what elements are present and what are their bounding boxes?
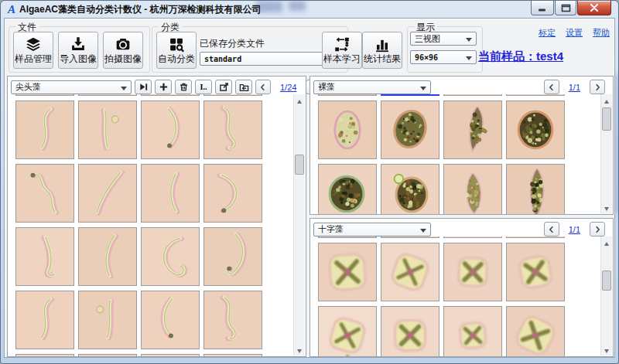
- sample-manage-button[interactable]: 样品管理: [13, 32, 53, 69]
- saved-files-select[interactable]: standard: [200, 52, 341, 66]
- export-button[interactable]: [215, 80, 232, 94]
- algae-thumbnail[interactable]: [506, 100, 565, 159]
- species-select[interactable]: 裸藻: [313, 80, 431, 94]
- algae-thumbnail[interactable]: [443, 306, 502, 356]
- stats-result-label: 统计结果: [364, 53, 401, 66]
- algae-thumbnail[interactable]: [443, 94, 502, 96]
- algae-thumbnail[interactable]: [381, 164, 439, 214]
- algae-thumbnail[interactable]: [15, 291, 74, 349]
- algae-thumbnail[interactable]: [203, 100, 262, 159]
- next-page-button[interactable]: [590, 222, 605, 236]
- folder-move-button[interactable]: [235, 80, 252, 94]
- algae-thumbnail[interactable]: [318, 164, 377, 214]
- vertical-scrollbar[interactable]: [600, 236, 612, 355]
- play-last-button[interactable]: [135, 80, 152, 94]
- algae-thumbnail[interactable]: [506, 164, 565, 214]
- scroll-up-arrow[interactable]: [601, 236, 613, 247]
- algae-thumbnail[interactable]: [381, 306, 439, 356]
- page-indicator[interactable]: 1/24: [280, 83, 296, 92]
- algae-thumbnail[interactable]: [443, 100, 502, 159]
- calibrate-link[interactable]: 标定: [539, 27, 556, 39]
- cell-size-select[interactable]: 96×96: [410, 50, 477, 64]
- scroll-down-arrow[interactable]: [294, 345, 306, 355]
- algae-thumbnail[interactable]: [443, 243, 502, 301]
- settings-link[interactable]: 设置: [566, 27, 583, 39]
- algae-thumbnail[interactable]: [141, 227, 200, 286]
- add-category-button[interactable]: [155, 80, 172, 94]
- scroll-thumb[interactable]: [602, 270, 611, 291]
- prev-page-button[interactable]: [544, 80, 559, 94]
- algae-thumbnail[interactable]: [506, 306, 565, 356]
- scroll-down-arrow[interactable]: [601, 202, 613, 213]
- algae-thumbnail[interactable]: [381, 236, 439, 238]
- stats-result-button[interactable]: 统计结果: [362, 32, 402, 69]
- vertical-scrollbar[interactable]: [293, 94, 305, 355]
- algae-thumbnail[interactable]: [78, 354, 137, 356]
- algae-thumbnail[interactable]: [141, 164, 200, 223]
- algae-thumbnail[interactable]: [318, 243, 377, 301]
- rename-button[interactable]: I..: [195, 80, 212, 94]
- scroll-down-arrow[interactable]: [601, 345, 613, 355]
- capture-image-button[interactable]: 拍摄图像: [103, 32, 143, 69]
- scroll-thumb[interactable]: [602, 107, 611, 131]
- algae-thumbnail[interactable]: [78, 227, 137, 286]
- algae-thumbnail[interactable]: [78, 94, 137, 96]
- auto-classify-button[interactable]: 自动分类: [156, 32, 197, 69]
- algae-thumbnail[interactable]: [443, 164, 502, 214]
- algae-thumbnail[interactable]: [203, 227, 262, 286]
- algae-thumbnail[interactable]: [506, 94, 565, 96]
- algae-thumbnail[interactable]: [318, 236, 377, 238]
- algae-thumbnail[interactable]: [15, 354, 74, 356]
- delete-button[interactable]: [175, 80, 192, 94]
- algae-thumbnail[interactable]: [506, 243, 565, 301]
- algae-thumbnail[interactable]: [203, 164, 262, 223]
- algae-thumbnail[interactable]: [78, 100, 137, 159]
- minimize-button[interactable]: [531, 1, 554, 15]
- algae-thumbnail[interactable]: [381, 94, 439, 96]
- chevron-right-icon: [593, 225, 602, 234]
- folder-move-icon: [239, 82, 249, 92]
- prev-page-button[interactable]: [255, 80, 271, 94]
- algae-thumbnail[interactable]: [141, 354, 200, 356]
- maximize-button[interactable]: [555, 1, 576, 15]
- help-link[interactable]: 帮助: [593, 27, 610, 39]
- scroll-up-arrow[interactable]: [294, 94, 306, 105]
- page-indicator[interactable]: 1/1: [569, 225, 580, 234]
- cell-size-value: 96×96: [415, 53, 438, 62]
- algae-thumbnail[interactable]: [381, 243, 439, 301]
- algae-thumbnail[interactable]: [203, 354, 262, 356]
- algae-thumbnail[interactable]: [15, 100, 74, 159]
- species-panel-left: 尖头藻 I.. 1/24: [7, 76, 306, 357]
- next-page-button[interactable]: [590, 80, 605, 94]
- vertical-scrollbar[interactable]: [600, 94, 612, 213]
- algae-thumbnail[interactable]: [203, 94, 262, 96]
- algae-thumbnail[interactable]: [203, 291, 262, 349]
- algae-thumbnail[interactable]: [141, 100, 200, 159]
- algae-thumbnail[interactable]: [78, 164, 137, 223]
- pager: 1/1: [544, 80, 605, 94]
- algae-thumbnail[interactable]: [141, 291, 200, 349]
- page-indicator[interactable]: 1/1: [569, 83, 580, 92]
- species-select[interactable]: 十字藻: [313, 223, 431, 236]
- panel-header: 尖头藻 I.. 1/24: [8, 77, 306, 96]
- algae-thumbnail[interactable]: [78, 291, 137, 349]
- close-button[interactable]: [577, 1, 611, 15]
- algae-thumbnail[interactable]: [141, 94, 200, 96]
- prev-page-button[interactable]: [544, 222, 559, 236]
- import-image-button[interactable]: 导入图像: [58, 32, 98, 69]
- algae-thumbnail[interactable]: [506, 236, 565, 238]
- current-sample-link[interactable]: 当前样品：test4: [478, 49, 563, 64]
- sample-learn-button[interactable]: 样本学习: [322, 32, 362, 69]
- species-select[interactable]: 尖头藻: [11, 80, 132, 94]
- view-mode-select[interactable]: 三视图: [410, 32, 477, 46]
- algae-thumbnail[interactable]: [443, 236, 502, 238]
- scroll-thumb[interactable]: [295, 155, 304, 175]
- scroll-up-arrow[interactable]: [601, 94, 613, 105]
- algae-thumbnail[interactable]: [318, 306, 377, 356]
- algae-thumbnail[interactable]: [318, 100, 377, 159]
- algae-thumbnail[interactable]: [15, 164, 74, 223]
- algae-thumbnail[interactable]: [15, 94, 74, 96]
- algae-thumbnail[interactable]: [15, 227, 74, 286]
- algae-thumbnail[interactable]: [318, 94, 377, 96]
- algae-thumbnail[interactable]: [381, 100, 439, 159]
